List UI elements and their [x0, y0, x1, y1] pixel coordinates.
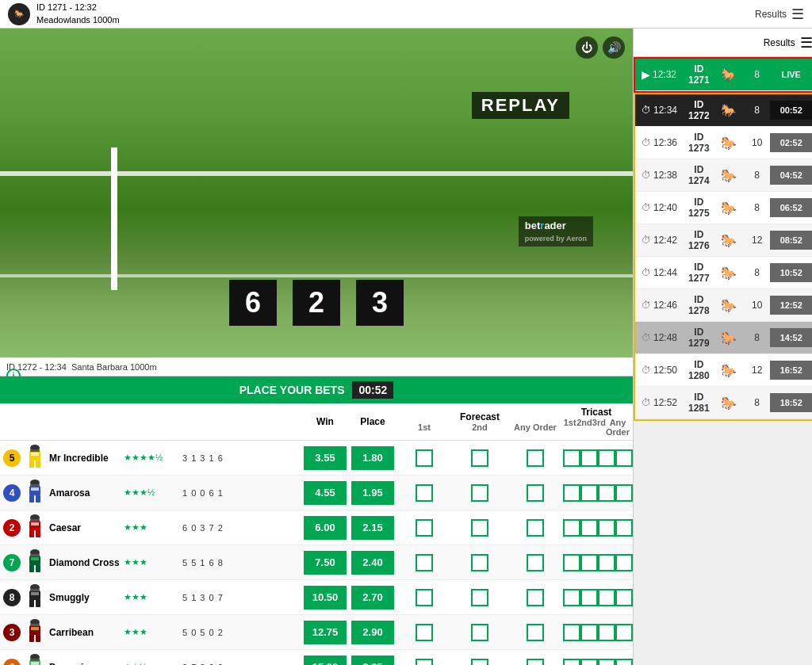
forecast-1st-checkbox[interactable]: [416, 484, 433, 502]
tricast-any-checkbox[interactable]: [615, 659, 633, 666]
win-odds-button[interactable]: 4.55: [304, 481, 347, 505]
forecast-2nd-checkbox[interactable]: [471, 449, 488, 467]
place-odds-button[interactable]: 2.70: [351, 586, 394, 610]
forecast-any-checkbox[interactable]: [527, 659, 544, 666]
win-odds-button[interactable]: 6.00: [304, 516, 347, 540]
forecast-any-checkbox[interactable]: [527, 484, 544, 502]
place-odds-button[interactable]: 1.80: [351, 446, 394, 470]
tricast-2nd-checkbox[interactable]: [580, 659, 598, 666]
forecast-2nd-checkbox[interactable]: [471, 624, 488, 641]
tricast-2nd-checkbox[interactable]: [580, 519, 598, 537]
win-odds-button[interactable]: 7.50: [304, 551, 347, 575]
tricast-3rd-checkbox[interactable]: [598, 519, 615, 537]
tricast-3rd-checkbox[interactable]: [598, 484, 615, 502]
forecast-1st-checkbox[interactable]: [416, 554, 433, 571]
place-odds-button[interactable]: 1.95: [351, 481, 394, 505]
tricast-1st-checkbox[interactable]: [563, 659, 580, 666]
volume-button[interactable]: 🔊: [603, 36, 625, 59]
tricast-any-checkbox[interactable]: [615, 449, 633, 467]
tricast-1st-checkbox[interactable]: [563, 449, 580, 467]
schedule-timer: LIVE: [770, 65, 812, 84]
place-odds-button[interactable]: 2.90: [351, 621, 394, 644]
place-odds-button[interactable]: 2.15: [351, 516, 394, 540]
tricast-2nd-checkbox[interactable]: [580, 484, 598, 502]
forecast-2nd-cell: [452, 484, 508, 502]
svg-rect-39: [36, 634, 40, 642]
tricast-any-checkbox[interactable]: [615, 519, 633, 537]
tricast-any-checkbox[interactable]: [615, 589, 633, 606]
schedule-row[interactable]: ⏱ 12:38 ID 1274 🐎 8 04:52: [635, 159, 812, 192]
results-icon[interactable]: ☰: [800, 34, 812, 52]
tricast-1st-checkbox[interactable]: [563, 554, 580, 571]
clock-icon: ⏱: [642, 397, 651, 408]
tricast-any-checkbox[interactable]: [615, 554, 633, 571]
horse-stars: ★★½: [124, 662, 179, 665]
horse-name: Amarosa: [49, 487, 121, 499]
forecast-1st-checkbox[interactable]: [416, 449, 433, 467]
forecast-2nd-checkbox[interactable]: [471, 554, 488, 571]
win-odds-button[interactable]: 12.75: [304, 621, 347, 644]
forecast-2nd-checkbox[interactable]: [471, 484, 488, 502]
tricast-3rd-checkbox[interactable]: [598, 449, 615, 467]
tricast-2nd: 2nd: [576, 418, 592, 437]
svg-rect-25: [36, 564, 40, 572]
tricast-1st-checkbox[interactable]: [563, 624, 580, 641]
forecast-any-checkbox[interactable]: [527, 554, 544, 571]
tricast-2nd-checkbox[interactable]: [580, 449, 598, 467]
tricast-2nd-checkbox[interactable]: [580, 554, 598, 571]
schedule-row[interactable]: ⏱ 12:34 ID 1272 🐎 8 00:52: [635, 94, 812, 127]
forecast-1st-checkbox[interactable]: [416, 659, 433, 666]
tricast-1st-checkbox[interactable]: [563, 519, 580, 537]
forecast-any-checkbox[interactable]: [527, 624, 544, 641]
tricast-3rd-checkbox[interactable]: [598, 624, 615, 641]
info-row: i: [6, 369, 21, 383]
svg-rect-23: [31, 557, 39, 560]
forecast-1st-checkbox[interactable]: [416, 624, 433, 641]
forecast-any-checkbox[interactable]: [527, 449, 544, 467]
forecast-any-checkbox[interactable]: [527, 589, 544, 606]
forecast-any-checkbox[interactable]: [527, 519, 544, 537]
schedule-row[interactable]: ⏱ 12:44 ID 1277 🐎 8 10:52: [635, 257, 812, 289]
schedule-timer: 04:52: [770, 166, 812, 185]
forecast-1st-cell: [396, 589, 452, 606]
place-odds-button[interactable]: 2.40: [351, 551, 394, 575]
tricast-1st-checkbox[interactable]: [563, 589, 580, 606]
schedule-horse-count: 8: [748, 202, 767, 213]
schedule-horse-icon: 🐎: [713, 201, 745, 216]
horse-stars: ★★★: [124, 627, 179, 637]
schedule-row[interactable]: ⏱ 12:50 ID 1280 🐎 12 16:52: [635, 354, 812, 387]
win-odds-button[interactable]: 15.00: [304, 655, 347, 666]
win-odds-button[interactable]: 3.55: [304, 446, 347, 470]
tricast-any-checkbox[interactable]: [615, 624, 633, 641]
place-odds-col: 2.15: [349, 516, 396, 540]
forecast-1st-checkbox[interactable]: [416, 519, 433, 537]
tricast-3rd-checkbox[interactable]: [598, 554, 615, 571]
result-num-3: 3: [356, 280, 404, 326]
place-odds-button[interactable]: 3.05: [351, 655, 394, 666]
menu-icon[interactable]: ☰: [791, 6, 804, 23]
forecast-2nd-checkbox[interactable]: [471, 589, 488, 606]
forecast-2nd-checkbox[interactable]: [471, 659, 488, 666]
tricast-2nd-checkbox[interactable]: [580, 589, 598, 606]
schedule-row[interactable]: ⏱ 12:40 ID 1275 🐎 8 06:52: [635, 192, 812, 224]
tricast-3rd-checkbox[interactable]: [598, 589, 615, 606]
forecast-2nd-cell: [452, 589, 508, 606]
win-odds-button[interactable]: 10.50: [304, 586, 347, 610]
schedule-timer: 16:52: [770, 361, 812, 380]
info-icon[interactable]: i: [6, 369, 21, 383]
tricast-1st-checkbox[interactable]: [563, 484, 580, 502]
tricast-3rd-checkbox[interactable]: [598, 659, 615, 666]
forecast-2nd-checkbox[interactable]: [471, 519, 488, 537]
schedule-row[interactable]: ⏱ 12:36 ID 1273 🐎 10 02:52: [635, 127, 812, 159]
schedule-row[interactable]: ⏱ 12:48 ID 1279 🐎 8 14:52: [635, 322, 812, 354]
schedule-row[interactable]: ⏱ 12:46 ID 1278 🐎 10 12:52: [635, 289, 812, 322]
schedule-row[interactable]: ⏱ 12:52 ID 1281 🐎 8 18:52: [635, 387, 812, 419]
schedule-row[interactable]: ▶ 12:32 ID 1271 🐎 8 LIVE: [635, 59, 812, 91]
schedule-row[interactable]: ⏱ 12:42 ID 1276 🐎 12 08:52: [635, 224, 812, 257]
forecast-1st-checkbox[interactable]: [416, 589, 433, 606]
tricast-any-checkbox[interactable]: [615, 484, 633, 502]
power-button[interactable]: ⏻: [576, 36, 598, 59]
tricast-2nd-checkbox[interactable]: [580, 624, 598, 641]
schedule-time: ⏱ 12:46: [642, 300, 685, 311]
schedule-time: ▶ 12:32: [642, 68, 685, 81]
